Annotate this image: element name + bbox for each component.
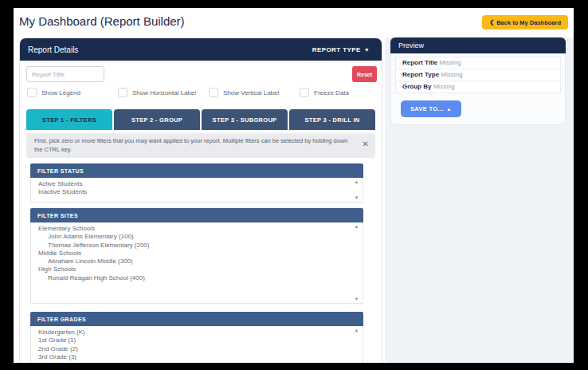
step-tabs: STEP 1 - FILTERS STEP 2 - GROUP STEP 3 -… — [26, 109, 375, 130]
filter-sites-section: FILTER SITES Elementary SchoolsJohn Adam… — [30, 208, 363, 304]
report-builder-page: My Dashboard (Report Builder) ❮ Back to … — [14, 8, 574, 363]
preview-report-title-value: Missing — [440, 59, 461, 66]
preview-card: Preview Report Title Missing Report Type… — [390, 37, 566, 125]
scroll-up-icon[interactable]: ▲ — [355, 179, 359, 184]
show-horizontal-label-checkbox[interactable] — [118, 88, 127, 97]
freeze-data-option: Freeze Data — [300, 88, 390, 97]
scroll-down-icon[interactable]: ▼ — [355, 195, 359, 200]
tab-step3-subgroup[interactable]: STEP 3 - SUBGROUP — [202, 109, 288, 130]
report-details-header: Report Details REPORT TYPE ▼ — [20, 38, 382, 61]
checkbox-row: Show Legend Show Horizontal Label Show V… — [26, 88, 375, 97]
filters-info-banner: First, pick zero or more filters that yo… — [26, 133, 375, 158]
chevron-left-icon: ❮ — [489, 19, 494, 26]
list-item[interactable]: 1st Grade (1) — [38, 337, 350, 344]
freeze-data-label: Freeze Data — [314, 89, 349, 96]
filter-grades-section: FILTER GRADES Kindergarten (K)1st Grade … — [30, 312, 363, 363]
preview-row-report-type: Report Type Missing — [395, 69, 561, 81]
filter-status-listbox[interactable]: Active StudentsInactive Students ▲ ▼ — [30, 178, 363, 203]
preview-group-by-label: Group By — [402, 83, 431, 90]
preview-group-by-value: Missing — [433, 83, 455, 90]
list-item[interactable]: Abraham Lincoln Middle (300) — [38, 258, 350, 266]
title-row: Reset — [26, 66, 375, 82]
show-legend-checkbox[interactable] — [27, 88, 37, 97]
preview-report-type-label: Report Type — [402, 71, 439, 78]
caret-down-icon: ▼ — [364, 47, 370, 53]
filter-sites-listbox[interactable]: Elementary SchoolsJohn Adams Elementary … — [30, 222, 363, 304]
list-item[interactable]: John Adams Elementary (100) — [38, 233, 350, 241]
close-icon[interactable]: ✕ — [363, 140, 369, 148]
tab-step2-group[interactable]: STEP 2 - GROUP — [114, 109, 200, 130]
filter-status-header: FILTER STATUS — [30, 163, 363, 178]
scrollbar[interactable]: ▲ ▼ — [352, 224, 361, 301]
show-vertical-label-checkbox[interactable] — [209, 88, 218, 97]
scroll-down-icon[interactable]: ▼ — [355, 297, 359, 301]
scroll-up-icon[interactable]: ▲ — [355, 224, 359, 229]
filters-info-text: First, pick zero or more filters that yo… — [34, 137, 363, 154]
list-item[interactable]: High Schools — [38, 266, 350, 274]
back-to-dashboard-button[interactable]: ❮ Back to My Dashboard — [482, 15, 568, 30]
reset-button[interactable]: Reset — [352, 66, 377, 82]
list-item[interactable]: Active Students — [38, 180, 350, 188]
page-title: My Dashboard (Report Builder) — [19, 14, 185, 28]
list-item[interactable]: Ronald Reagan High School (400) — [38, 274, 350, 282]
save-to-label: SAVE TO... — [410, 105, 443, 112]
scroll-up-icon[interactable]: ▲ — [355, 328, 359, 333]
list-item[interactable]: Thomas Jefferson Elementary (200) — [38, 242, 350, 250]
preview-report-title-label: Report Title — [402, 59, 437, 66]
preview-column: Preview Report Title Missing Report Type… — [385, 37, 574, 363]
back-button-label: Back to My Dashboard — [496, 19, 561, 26]
preview-row-group-by: Group By Missing — [395, 81, 561, 93]
show-horizontal-label-option: Show Horizontal Label — [118, 88, 209, 97]
report-title-input[interactable] — [26, 66, 104, 82]
list-item[interactable]: Elementary Schools — [38, 225, 350, 233]
list-item[interactable]: Inactive Students — [38, 188, 350, 196]
preview-row-report-title: Report Title Missing — [395, 57, 561, 69]
scrollbar[interactable]: ▲ ▼ — [352, 328, 361, 363]
top-bar: My Dashboard (Report Builder) ❮ Back to … — [14, 8, 574, 37]
report-details-title: Report Details — [28, 45, 312, 54]
tab-step3-drillin[interactable]: STEP 3 - DRILL IN — [289, 109, 375, 130]
list-item[interactable]: 3rd Grade (3) — [38, 353, 350, 361]
show-vertical-label-option: Show Vertical Label — [209, 88, 300, 97]
list-item[interactable]: Middle Schools — [38, 250, 350, 258]
report-details-body: Reset Show Legend Show Horizontal Label … — [20, 61, 382, 363]
freeze-data-checkbox[interactable] — [300, 88, 309, 97]
report-type-dropdown[interactable]: REPORT TYPE ▼ — [312, 46, 370, 53]
caret-up-icon: ▲ — [446, 107, 451, 112]
show-legend-label: Show Legend — [41, 89, 80, 96]
report-type-label: REPORT TYPE — [312, 46, 361, 53]
show-horizontal-label-label: Show Horizontal Label — [132, 89, 196, 96]
preview-body: Report Title Missing Report Type Missing… — [390, 53, 566, 125]
list-item[interactable]: Kindergarten (K) — [38, 329, 350, 337]
report-details-panel: Report Details REPORT TYPE ▼ Reset Show … — [19, 37, 382, 363]
save-to-button[interactable]: SAVE TO... ▲ — [401, 100, 461, 117]
list-item[interactable]: 2nd Grade (2) — [38, 345, 350, 353]
preview-report-type-value: Missing — [441, 71, 462, 78]
filter-grades-listbox[interactable]: Kindergarten (K)1st Grade (1)2nd Grade (… — [30, 326, 363, 363]
tab-step1-filters[interactable]: STEP 1 - FILTERS — [26, 109, 112, 130]
scrollbar[interactable]: ▲ ▼ — [352, 179, 361, 200]
filter-sites-header: FILTER SITES — [30, 208, 363, 222]
preview-header: Preview — [390, 37, 566, 53]
show-vertical-label-label: Show Vertical Label — [223, 89, 279, 96]
show-legend-option: Show Legend — [27, 88, 118, 97]
filter-grades-header: FILTER GRADES — [30, 312, 363, 326]
filter-status-section: FILTER STATUS Active StudentsInactive St… — [30, 163, 363, 203]
